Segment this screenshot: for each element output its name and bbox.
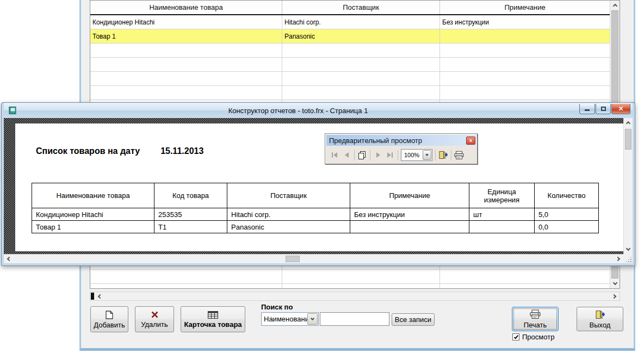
minimize-button[interactable] [579,104,595,114]
report-page: Список товаров на дату 15.11.2013 Наимен… [15,123,624,251]
report-horizontal-scrollbar[interactable] [4,254,623,263]
report-vscroll-thumb[interactable] [625,129,631,150]
product-card-button[interactable]: Карточка товара [181,306,245,332]
scroll-left-icon[interactable] [4,255,14,263]
grid-empty-row[interactable] [90,72,610,86]
new-document-icon [106,311,113,319]
grid-empty-row[interactable] [90,284,610,289]
first-page-button[interactable] [329,149,340,161]
preview-checkbox-row: Просмотр [512,333,554,341]
add-button-label: Добавить [94,321,125,329]
report-table-header-row: Наименование товара Код товара Поставщик… [32,183,599,208]
next-page-button[interactable] [372,149,384,161]
search-field-value: Наименованию [262,315,307,323]
search-group-label: Поиск по [261,303,293,311]
exit-button-label: Выход [590,321,611,329]
add-button[interactable]: Добавить [90,306,128,332]
report-heading-date: 15.11.2013 [160,146,203,156]
report-preview-area: Список товаров на дату 15.11.2013 Наимен… [4,118,633,263]
scroll-right-icon[interactable] [614,255,623,263]
delete-x-icon [151,311,159,319]
first-page-icon [333,152,337,158]
screen: Наименование товара Поставщик Примечание… [0,0,644,353]
grid-horizontal-scrollbar[interactable] [90,292,620,301]
maximize-icon [601,107,606,111]
minimize-icon [585,109,590,111]
preview-toolbar: Предварительный просмотр x 100% [325,133,478,164]
grid-position-marker [91,293,94,300]
all-records-button-label: Все записи [395,316,431,323]
grid-empty-row[interactable] [90,86,610,100]
print-button[interactable]: Печать [512,307,559,331]
grid-row[interactable]: Кондиционер Hitachi Hitachi corp. Без ин… [90,15,610,29]
last-page-icon [387,152,391,158]
grid-header-note[interactable]: Примечание [440,1,610,14]
grid-row-selected[interactable]: Товар 1 Panasonic [90,29,610,44]
printer-icon [454,151,465,160]
product-card-button-label: Карточка товара [184,321,242,328]
report-heading: Список товаров на дату 15.11.2013 [36,146,203,156]
scroll-up-icon[interactable] [610,1,620,10]
report-heading-text: Список товаров на дату [36,146,140,156]
all-records-button[interactable]: Все записи [392,313,435,326]
close-preview-button[interactable] [437,149,449,161]
grid-empty-row[interactable] [90,58,610,72]
grid-header-name[interactable]: Наименование товара [90,1,282,14]
search-input[interactable] [320,312,389,326]
close-icon: ✕ [618,106,623,112]
zoom-dropdown-icon[interactable] [423,150,431,160]
report-window-titlebar[interactable]: Конструктор отчетов - toto.frx - Страниц… [4,103,633,118]
delete-button[interactable]: Удалить [135,306,174,332]
scroll-left-icon[interactable] [95,292,104,300]
preview-close-button[interactable]: x [466,137,475,145]
preview-toolbar-title: Предварительный просмотр [329,137,422,145]
next-page-icon [376,152,380,158]
scroll-down-icon[interactable] [624,245,633,254]
search-field-combobox[interactable]: Наименованию [261,312,319,326]
resize-grip[interactable] [623,254,633,263]
printer-icon [529,309,541,319]
zoom-combobox[interactable]: 100% [401,149,432,161]
preview-toolbar-titlebar[interactable]: Предварительный просмотр x [326,135,476,146]
last-page-button[interactable] [384,149,396,161]
close-button[interactable]: ✕ [611,104,630,114]
report-table-row: Товар 1 Т1 Panasonic 0,0 [32,221,599,233]
close-x-icon: x [469,138,472,143]
checkmark-icon [513,334,518,339]
grid-header-row: Наименование товара Поставщик Примечание [90,1,610,15]
preview-toolbar-buttons: 100% [325,147,477,163]
grid-empty-row[interactable] [90,270,610,284]
report-designer-window: Конструктор отчетов - toto.frx - Страниц… [1,102,635,266]
pages-button[interactable] [356,149,368,161]
prev-page-icon [345,152,349,158]
scroll-up-icon[interactable] [624,118,633,127]
pages-icon [358,151,367,159]
report-vertical-scrollbar[interactable] [623,118,633,254]
grid-header-supplier[interactable]: Поставщик [282,1,440,14]
delete-button-label: Удалить [141,321,168,328]
toolbar-print-button[interactable] [453,149,465,161]
report-hscroll-thumb[interactable] [286,256,300,262]
report-table-row: Кондиционер Hitachi 253535 Hitachi corp.… [32,208,599,221]
combobox-dropdown-icon[interactable] [307,313,318,325]
prev-page-button[interactable] [340,149,352,161]
resize-grip-icon [630,261,631,262]
exit-door-icon [438,151,448,159]
scroll-right-icon[interactable] [610,292,620,300]
zoom-value: 100% [401,152,423,158]
exit-button[interactable]: Выход [577,307,623,331]
table-grid-icon [208,311,218,319]
maximize-button[interactable] [596,104,611,114]
report-app-icon [8,106,17,115]
exit-door-icon [595,310,605,319]
report-window-title: Конструктор отчетов - toto.frx - Страниц… [17,107,579,115]
preview-checkbox-label: Просмотр [522,333,554,341]
print-button-label: Печать [524,321,547,329]
grid-empty-row[interactable] [90,44,610,58]
preview-checkbox[interactable] [512,333,519,340]
scroll-down-icon[interactable] [610,279,620,288]
report-table: Наименование товара Код товара Поставщик… [32,183,599,233]
